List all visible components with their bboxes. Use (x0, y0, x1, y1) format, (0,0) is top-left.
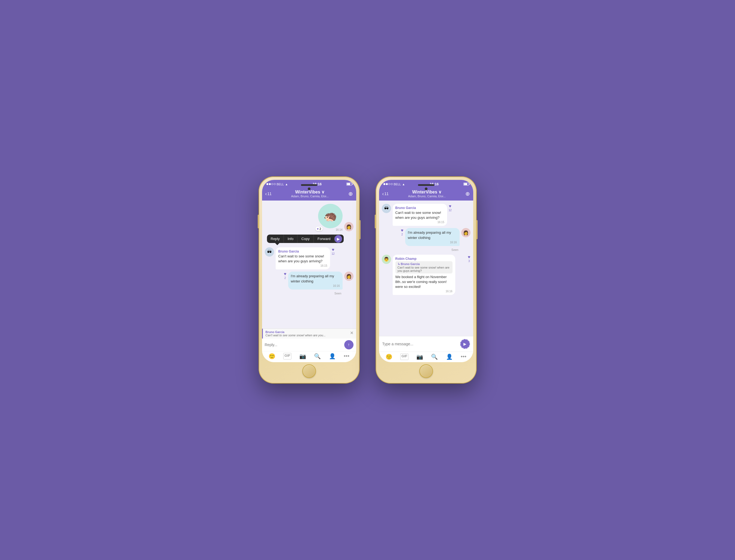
menu-tail (275, 243, 279, 245)
search-icon-1[interactable]: 🔍 (314, 353, 321, 359)
heart-count-user-2: 2 (401, 233, 403, 236)
emoji-icon-1[interactable]: 🙂 (269, 353, 275, 359)
dot-7 (388, 183, 390, 185)
emoji-icon-2[interactable]: 🙂 (386, 353, 392, 360)
more-icon-2[interactable]: ••• (461, 353, 466, 360)
send-icon-2: ▶ (463, 342, 466, 346)
toolbar-2: 🙂 GIF 📷 🔍 👤 ••• (379, 352, 473, 362)
heart-icon-bruno-2: ♥ (449, 204, 451, 209)
dot-4 (274, 183, 276, 185)
add-person-icon-1: ⊕ (348, 191, 353, 197)
chat-area-2: 🕶 Bruno Garcia Can't wait to see some sn… (379, 201, 473, 336)
reply-bar-1: Bruno Garcia Can't wait to see some snow… (262, 328, 356, 362)
heart-icon-user-1: ♥ (284, 272, 287, 276)
heart-count-user-1: 2 (284, 276, 286, 279)
reply-menu-item[interactable]: Reply (267, 235, 284, 243)
bruno-text-1: Can't wait to see some snow! when are yo… (278, 254, 327, 264)
user-time-1: 16:16 (291, 284, 340, 287)
battery-fill-1 (347, 183, 350, 185)
camera-icon-1[interactable]: 📷 (299, 353, 306, 359)
dropdown-icon-1: ∨ (321, 189, 325, 195)
reply-quote-text-1: Can't wait to see some snow! when are yo… (266, 334, 326, 337)
bruno-avatar-2: 🕶 (382, 204, 391, 213)
status-right-2 (463, 183, 469, 186)
dot-5 (383, 183, 385, 185)
sticker-image: 🦔 (318, 204, 343, 228)
add-contact-button-2[interactable]: ⊕ (465, 190, 470, 197)
table-row: 🕶 Bruno Garcia Can't wait to see some sn… (382, 204, 470, 226)
add-contact-button-1[interactable]: ⊕ (348, 190, 353, 197)
info-menu-item[interactable]: Info (284, 235, 298, 243)
input-area-2: ▶ (379, 336, 473, 352)
sticker-reaction: ♥ 2 (315, 227, 323, 231)
heart-icon-user-2: ♥ (401, 228, 404, 233)
context-menu: Reply Info Copy Forward ▶ (267, 235, 344, 243)
header-title-1: WinterVibes ∨ Adam, Bruno, Camiia, Eloi.… (274, 189, 346, 198)
more-menu-arrow[interactable]: ▶ (334, 235, 342, 243)
user-avatar-msg-2: 👩 (461, 228, 470, 237)
signal-dots-2 (383, 183, 393, 185)
wifi-icon-2: ▲ (402, 183, 405, 186)
robin-quoted-text: Can't wait to see some snow! when are yo… (398, 266, 450, 272)
bruno-time-2: 16:15 (395, 221, 444, 224)
search-icon-2[interactable]: 🔍 (431, 353, 438, 360)
phone-2-screen: BELL ▲ 16:16 ‹ 11 WinterVibe (379, 180, 473, 362)
input-row-1: ↑ (262, 339, 356, 351)
heart-count-bruno-2: 12 (449, 209, 452, 212)
sticker-message: 🦔 ♥ 2 16:14 👩 (265, 204, 353, 231)
back-button-1[interactable]: ‹ 11 (265, 191, 272, 196)
dot-6 (386, 183, 388, 185)
camera-icon-2[interactable]: 📷 (416, 353, 423, 360)
heart-count-robin: 3 (468, 260, 470, 263)
bruno-time-1: 16:15 (278, 264, 327, 267)
message-input-1[interactable] (265, 343, 342, 347)
gif-icon-1[interactable]: GIF (283, 353, 291, 359)
battery-2 (463, 183, 469, 186)
reply-quote-sender-1: Bruno Garcia (266, 330, 326, 334)
robin-time: 16:16 (395, 290, 453, 293)
battery-1 (346, 183, 352, 186)
signal-dots-1 (266, 183, 276, 185)
user-avatar-sticker: 👩 (344, 222, 353, 231)
forward-menu-item[interactable]: Forward (314, 235, 335, 243)
members-2: Adam, Bruno, Camiia, Eloi... (391, 195, 463, 198)
back-chevron-2: ‹ (382, 191, 384, 196)
table-row: 👨 Robin Champ Bruno Garcia Can't wait to… (382, 255, 470, 295)
user-bubble-1: I'm already preparing all my winter clot… (288, 272, 343, 289)
person-icon-1[interactable]: 👤 (329, 353, 336, 359)
bruno-reaction-1: ♥ 12 (332, 247, 335, 256)
user-bubble-2: I'm already preparing all my winter clot… (405, 228, 460, 246)
notch-1 (301, 180, 317, 190)
send-button-1[interactable]: ↑ (344, 340, 353, 349)
user-time-2: 16:16 (408, 241, 457, 244)
robin-quote: Bruno Garcia Can't wait to see some snow… (395, 261, 453, 273)
reply-quote-content-1: Bruno Garcia Can't wait to see some snow… (266, 330, 326, 337)
home-button-1[interactable] (302, 364, 316, 378)
more-icon-1[interactable]: ••• (344, 353, 349, 359)
reply-close-button-1[interactable]: ✕ (350, 330, 353, 336)
send-icon-1: ↑ (348, 342, 350, 347)
members-1: Adam, Bruno, Camiia, Eloi... (274, 195, 346, 198)
home-button-2[interactable] (419, 364, 433, 378)
speaker-2 (418, 184, 434, 186)
user-reaction-2: ♥ 2 (401, 228, 404, 237)
camera-1 (308, 187, 310, 190)
robin-reaction: ♥ 3 (468, 255, 470, 264)
toolbar-1: 🙂 GIF 📷 🔍 👤 ••• (262, 351, 356, 362)
back-count-1: 11 (267, 192, 272, 196)
phone-2: BELL ▲ 16:16 ‹ 11 WinterVibe (376, 177, 476, 383)
user-text-2: I'm already preparing all my winter clot… (408, 230, 457, 240)
reply-quote-1: Bruno Garcia Can't wait to see some snow… (262, 329, 356, 339)
back-button-2[interactable]: ‹ 11 (382, 191, 389, 196)
robin-avatar: 👨 (382, 255, 391, 264)
status-left-1: BELL ▲ (266, 183, 288, 186)
message-input-2[interactable] (382, 342, 458, 346)
person-icon-2[interactable]: 👤 (446, 353, 453, 360)
back-chevron-1: ‹ (265, 191, 267, 196)
robin-text: We booked a flight on November 8th..so w… (395, 275, 453, 290)
bruno-name-1: Bruno Garcia (278, 250, 327, 253)
dot-3 (271, 183, 273, 185)
gif-icon-2[interactable]: GIF (400, 353, 408, 360)
copy-menu-item[interactable]: Copy (297, 235, 313, 243)
send-button-2[interactable]: ▶ (460, 339, 470, 349)
